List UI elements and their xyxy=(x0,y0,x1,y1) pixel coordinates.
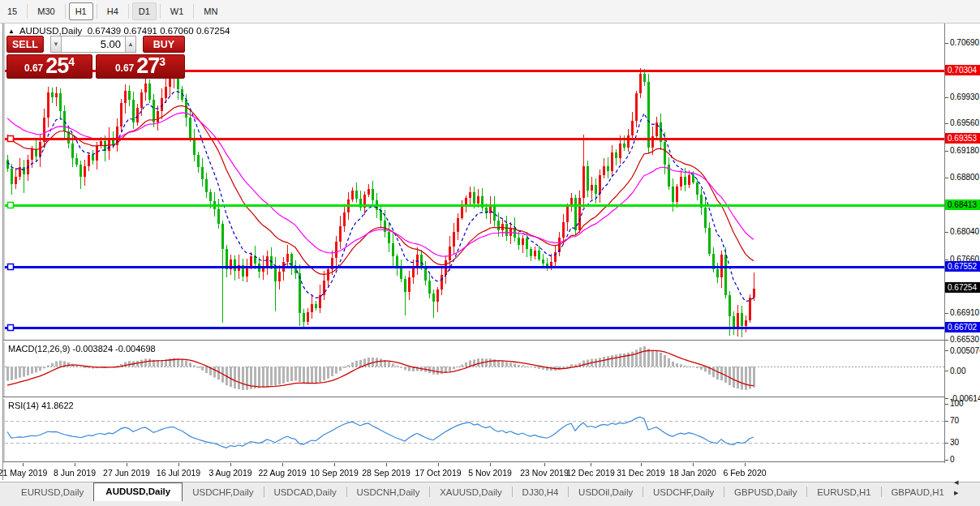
timeframe-button-15[interactable]: 15 xyxy=(1,2,24,20)
chart-tab-bar: EURUSD,DailyAUDUSD,DailyUSDCHF,DailyUSDC… xyxy=(0,482,980,501)
price-tick-label: 0.66910 xyxy=(950,308,979,317)
price-axis[interactable]: 0.706900.699300.695600.691800.688000.680… xyxy=(945,24,980,463)
tab-usdchf-daily[interactable]: USDCHF,Daily xyxy=(643,484,724,501)
price-level-badge: 0.68413 xyxy=(945,199,980,210)
price-tick-label: 0.68800 xyxy=(950,173,979,182)
price-level-badge: 0.66702 xyxy=(945,322,980,332)
toolbar-separator xyxy=(128,4,129,19)
price-tick-mark xyxy=(945,259,948,260)
macd-tick-mark xyxy=(945,371,948,371)
date-tick-mark xyxy=(178,463,179,466)
tab-eurusd-h1[interactable]: EURUSD,H1 xyxy=(807,484,880,501)
date-tick-label: 27 Jun 2019 xyxy=(103,468,150,478)
date-tick-label: 6 Feb 2020 xyxy=(723,468,766,478)
sell-button[interactable]: SELL xyxy=(6,36,44,53)
tab-xauusd-daily[interactable]: XAUUSD,Daily xyxy=(430,484,512,501)
tab-eurusd-daily[interactable]: EURUSD,Daily xyxy=(11,484,93,501)
volume-decrease-button[interactable]: ▼ xyxy=(50,36,62,53)
date-tick-mark xyxy=(544,463,545,466)
buy-price-pip: 3 xyxy=(159,56,165,67)
date-tick-label: 8 Jun 2019 xyxy=(54,468,96,478)
date-tick-mark xyxy=(23,463,24,466)
date-tick-mark xyxy=(641,463,642,466)
tab-usdchf-daily[interactable]: USDCHF,Daily xyxy=(183,484,263,501)
tab-scroll-arrows[interactable]: ◂ ▸ xyxy=(954,477,974,498)
chart-symbol-period: AUDUSD,Daily xyxy=(19,26,82,36)
timeframe-button-m30[interactable]: M30 xyxy=(31,2,61,20)
volume-increase-button[interactable]: ▲ xyxy=(125,36,136,53)
date-tick-label: 22 Aug 2019 xyxy=(259,468,307,478)
price-tick-mark xyxy=(945,178,948,178)
date-tick-label: 3 Aug 2019 xyxy=(208,468,251,478)
date-tick-label: 21 May 2019 xyxy=(0,468,47,478)
date-tick-label: 5 Nov 2019 xyxy=(468,468,512,478)
price-tick-mark xyxy=(945,232,948,233)
date-tick-mark xyxy=(386,463,387,466)
chart-collapse-icon[interactable]: ▲ xyxy=(8,28,15,35)
toolbar-separator xyxy=(27,4,28,19)
volume-input[interactable]: 5.00 xyxy=(61,36,126,53)
one-click-trading-panel: SELL ▼ 5.00 ▲ BUY 0.67 25 4 0.67 27 3 xyxy=(6,36,185,79)
buy-price-big: 27 xyxy=(136,55,159,76)
date-tick-mark xyxy=(438,463,439,466)
rsi-tick-mark xyxy=(945,460,948,461)
timeframe-button-mn[interactable]: MN xyxy=(197,2,224,20)
date-tick-label: 17 Oct 2019 xyxy=(415,468,461,478)
tab-usdcad-daily[interactable]: USDCAD,Daily xyxy=(264,484,346,501)
macd-tick-mark xyxy=(945,350,948,351)
macd-tick-label: 0.005076 xyxy=(950,346,980,355)
timeframe-button-d1[interactable]: D1 xyxy=(132,2,157,20)
date-tick-mark xyxy=(334,463,335,466)
tab-dj30-h4[interactable]: DJ30,H4 xyxy=(513,484,569,501)
price-tick-mark xyxy=(945,313,948,314)
date-tick-mark xyxy=(282,463,283,466)
rsi-pane-canvas[interactable] xyxy=(5,398,944,461)
price-tick-mark xyxy=(945,123,948,124)
date-axis[interactable]: 21 May 20198 Jun 201927 Jun 201916 Jul 2… xyxy=(3,463,980,480)
rsi-tick-label: 30 xyxy=(950,438,959,447)
chart-ohlc-values: 0.67439 0.67491 0.67060 0.67254 xyxy=(88,26,230,36)
toolbar-separator xyxy=(160,4,161,19)
date-tick-label: 16 Jul 2019 xyxy=(157,468,200,478)
mt4-terminal-window: 15M30H1H4D1W1MN ▲AUDUSD,Daily 0.67439 0.… xyxy=(0,0,980,506)
buy-button[interactable]: BUY xyxy=(143,36,185,53)
price-tick-label: 0.70690 xyxy=(950,38,979,47)
buy-price-display[interactable]: 0.67 27 3 xyxy=(96,54,185,79)
tab-usdcnh-daily[interactable]: USDCNH,Daily xyxy=(346,484,429,501)
timeframe-button-w1[interactable]: W1 xyxy=(164,2,191,20)
price-level-badge: 0.67254 xyxy=(945,282,980,293)
price-level-badge: 0.70304 xyxy=(945,65,980,75)
tab-gbpusd-daily[interactable]: GBPUSD,Daily xyxy=(724,484,806,501)
timeframe-button-h1[interactable]: H1 xyxy=(69,2,93,20)
date-tick-mark xyxy=(490,463,491,466)
macd-indicator-label: MACD(12,26,9) -0.003824 -0.004698 xyxy=(8,344,156,354)
timeframe-button-h4[interactable]: H4 xyxy=(101,2,125,20)
tab-usdoil-daily[interactable]: USDOil,Daily xyxy=(569,484,643,501)
price-tick-mark xyxy=(945,340,948,341)
price-tick-mark xyxy=(945,97,948,98)
sell-price-display[interactable]: 0.67 25 4 xyxy=(6,54,92,79)
price-tick-label: 0.66530 xyxy=(950,335,979,344)
sell-price-prefix: 0.67 xyxy=(24,60,43,76)
macd-tick-mark xyxy=(945,398,948,399)
date-tick-label: 12 Dec 2019 xyxy=(566,468,615,478)
date-tick-mark xyxy=(591,463,591,466)
price-tick-label: 0.69180 xyxy=(950,146,979,155)
price-tick-mark xyxy=(945,43,948,44)
bottom-strip xyxy=(0,501,980,506)
date-tick-label: 28 Sep 2019 xyxy=(362,468,410,478)
timeframe-toolbar: 15M30H1H4D1W1MN xyxy=(0,0,980,24)
price-tick-label: 0.69930 xyxy=(950,92,979,101)
toolbar-separator xyxy=(97,4,97,19)
rsi-tick-mark xyxy=(945,421,948,422)
date-tick-mark xyxy=(745,463,746,466)
buy-price-prefix: 0.67 xyxy=(115,60,134,76)
rsi-indicator-label: RSI(14) 41.8622 xyxy=(8,401,74,410)
sell-price-big: 25 xyxy=(45,55,68,76)
rsi-tick-label: 100 xyxy=(950,399,964,408)
price-tick-label: 0.68040 xyxy=(950,227,979,236)
tab-audusd-daily[interactable]: AUDUSD,Daily xyxy=(93,482,183,501)
tab-gbpaud-h1[interactable]: GBPAUD,H1 xyxy=(881,484,954,501)
date-tick-mark xyxy=(75,463,75,466)
price-tick-mark xyxy=(945,151,948,152)
